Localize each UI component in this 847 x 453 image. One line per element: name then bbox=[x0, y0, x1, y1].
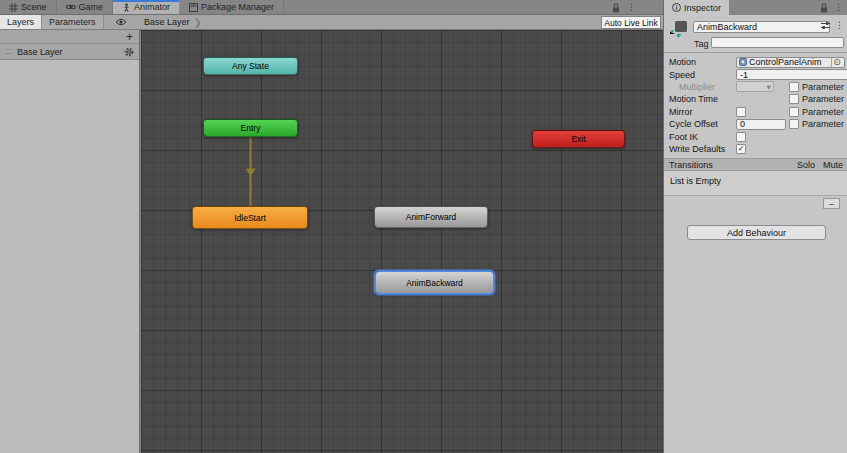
breadcrumb-item-base-layer[interactable]: Base Layer bbox=[144, 17, 190, 27]
inspector-tabstrip: Inspector ⋮ bbox=[664, 0, 847, 15]
foot-ik-row: Foot IK bbox=[664, 130, 847, 142]
animator-panel-controls: ⋮ bbox=[612, 0, 636, 15]
mute-column-label: Mute bbox=[823, 160, 843, 170]
motion-time-row: Motion Time Parameter bbox=[664, 93, 847, 105]
foot-ik-label: Foot IK bbox=[669, 132, 736, 142]
tab-inspector[interactable]: Inspector bbox=[664, 0, 729, 15]
cycle-offset-parameter-label: Parameter bbox=[802, 119, 844, 129]
multiplier-dropdown[interactable]: ▾ bbox=[736, 81, 774, 92]
lock-icon[interactable] bbox=[820, 3, 828, 13]
multiplier-parameter-label: Parameter bbox=[802, 82, 844, 92]
presets-icon[interactable] bbox=[821, 21, 830, 30]
solo-column-label: Solo bbox=[797, 160, 815, 170]
motion-value: ControlPanelAnim bbox=[749, 57, 829, 67]
mirror-checkbox[interactable] bbox=[736, 107, 746, 117]
gamepad-icon bbox=[66, 3, 76, 11]
state-properties: Motion ControlPanelAnim ⊙ Speed bbox=[664, 56, 847, 155]
layer-name: Base Layer bbox=[17, 47, 119, 57]
chevron-down-icon: ▾ bbox=[766, 82, 771, 92]
multiplier-row: Multiplier ▾ Parameter bbox=[664, 81, 847, 93]
eye-icon[interactable] bbox=[111, 16, 131, 28]
header-icons: ⋮ bbox=[821, 21, 844, 30]
motion-row: Motion ControlPanelAnim ⊙ bbox=[664, 56, 847, 68]
tag-label: Tag bbox=[694, 39, 709, 49]
write-defaults-row: Write Defaults ✓ bbox=[664, 143, 847, 155]
window-tabstrip: Scene Game Animator Package Manager bbox=[0, 0, 663, 15]
unity-editor-window: Scene Game Animator Package Manager ⋮ bbox=[0, 0, 847, 453]
transition-arrows-layer bbox=[141, 30, 663, 453]
tag-field[interactable] bbox=[711, 37, 844, 48]
speed-label: Speed bbox=[669, 70, 736, 80]
mirror-row: Mirror Parameter bbox=[664, 106, 847, 118]
layer-row-base-layer[interactable]: Base Layer bbox=[0, 44, 139, 60]
state-name-field[interactable] bbox=[693, 21, 830, 33]
tab-game[interactable]: Game bbox=[57, 0, 114, 14]
inspector-panel: Inspector ⋮ bbox=[663, 0, 847, 453]
panel-menu-icon[interactable]: ⋮ bbox=[834, 3, 843, 12]
motion-time-parameter-checkbox[interactable] bbox=[789, 94, 799, 104]
animator-toolbar: Layers Parameters Base Layer ❯ Auto Live… bbox=[0, 15, 663, 30]
motion-label: Motion bbox=[669, 57, 736, 67]
state-node-animforward[interactable]: AnimForward bbox=[374, 206, 488, 228]
foot-ik-checkbox[interactable] bbox=[736, 132, 746, 142]
drag-handle-icon bbox=[5, 49, 12, 54]
mirror-parameter-checkbox[interactable] bbox=[789, 107, 799, 117]
tab-package-manager[interactable]: Package Manager bbox=[180, 0, 284, 14]
add-behaviour-button[interactable]: Add Behaviour bbox=[687, 225, 826, 240]
speed-row: Speed bbox=[664, 68, 847, 80]
state-canvas[interactable]: Any StateEntryIdleStartAnimForwardAnimBa… bbox=[141, 30, 663, 453]
inspector-panel-controls: ⋮ bbox=[820, 0, 843, 15]
chevron-right-icon: ❯ bbox=[194, 17, 202, 28]
remove-transition-button[interactable]: – bbox=[823, 198, 840, 209]
object-picker-icon[interactable]: ⊙ bbox=[831, 57, 842, 67]
state-node-animbackward[interactable]: AnimBackward bbox=[375, 271, 494, 294]
add-layer-button[interactable]: + bbox=[126, 32, 133, 42]
animator-person-icon bbox=[122, 3, 131, 12]
transitions-title: Transitions bbox=[669, 160, 713, 170]
multiplier-parameter-checkbox[interactable] bbox=[789, 82, 799, 92]
mirror-parameter-label: Parameter bbox=[802, 107, 844, 117]
animation-clip-icon bbox=[739, 58, 747, 66]
multiplier-label: Multiplier bbox=[669, 82, 736, 92]
breadcrumb: Base Layer ❯ bbox=[144, 15, 202, 29]
inspector-header: ⋮ Tag bbox=[664, 15, 847, 53]
animator-state-icon bbox=[669, 19, 689, 39]
state-node-exit[interactable]: Exit bbox=[532, 130, 625, 148]
cycle-offset-parameter-checkbox[interactable] bbox=[789, 119, 799, 129]
info-icon bbox=[672, 3, 681, 12]
lock-icon[interactable] bbox=[612, 3, 620, 13]
speed-field[interactable] bbox=[736, 69, 847, 80]
transitions-empty-text: List is Empty bbox=[670, 176, 721, 186]
write-defaults-label: Write Defaults bbox=[669, 144, 736, 154]
tab-label: Game bbox=[79, 2, 104, 12]
transitions-header: Transitions Solo Mute bbox=[664, 158, 847, 171]
tab-label: Scene bbox=[21, 2, 47, 12]
context-menu-icon[interactable]: ⋮ bbox=[835, 21, 844, 30]
state-node-any-state[interactable]: Any State bbox=[203, 57, 298, 75]
auto-live-link-button[interactable]: Auto Live Link bbox=[601, 16, 661, 29]
motion-time-parameter-label: Parameter bbox=[802, 94, 844, 104]
tab-scene[interactable]: Scene bbox=[0, 0, 57, 14]
tab-label: Inspector bbox=[684, 3, 721, 13]
motion-object-field[interactable]: ControlPanelAnim ⊙ bbox=[736, 57, 845, 68]
panel-menu-icon[interactable]: ⋮ bbox=[627, 3, 636, 12]
motion-time-label: Motion Time bbox=[669, 94, 736, 104]
tab-label: Package Manager bbox=[201, 2, 274, 12]
tab-animator[interactable]: Animator bbox=[113, 0, 180, 14]
scene-grid-icon bbox=[9, 3, 18, 12]
state-node-idlestart[interactable]: IdleStart bbox=[192, 206, 308, 229]
cycle-offset-row: Cycle Offset Parameter bbox=[664, 118, 847, 130]
tab-label: Animator bbox=[134, 2, 170, 12]
mirror-label: Mirror bbox=[669, 107, 736, 117]
tab-parameters[interactable]: Parameters bbox=[42, 15, 104, 29]
transitions-list: List is Empty bbox=[664, 171, 847, 196]
layers-panel: + Base Layer bbox=[0, 30, 140, 453]
tab-layers[interactable]: Layers bbox=[0, 15, 42, 29]
layers-parameters-tabs: Layers Parameters bbox=[0, 15, 104, 29]
write-defaults-checkbox[interactable]: ✓ bbox=[736, 144, 746, 154]
layers-add-row: + bbox=[0, 30, 139, 44]
package-box-icon bbox=[189, 3, 198, 12]
state-node-entry[interactable]: Entry bbox=[203, 119, 298, 137]
cycle-offset-field[interactable] bbox=[736, 119, 786, 130]
gear-icon[interactable] bbox=[124, 47, 134, 57]
